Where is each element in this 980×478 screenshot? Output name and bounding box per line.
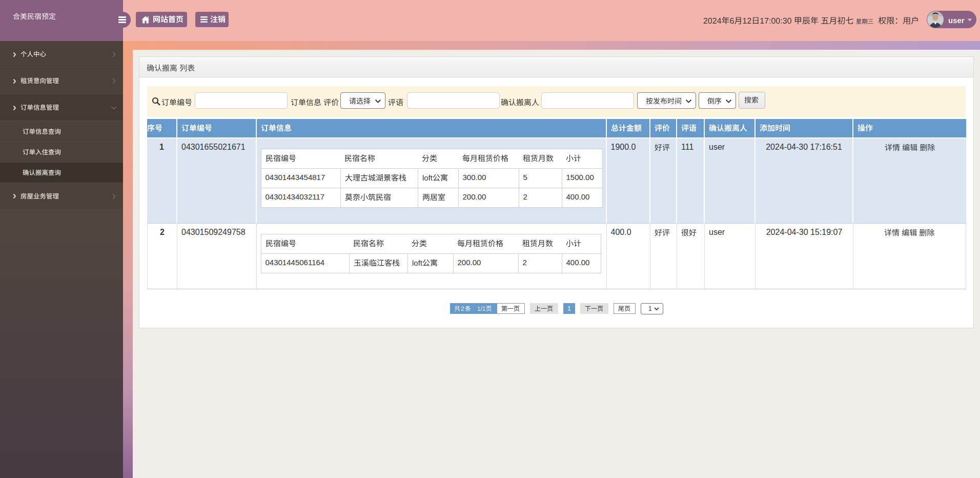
svg-text:1: 1: [567, 305, 571, 312]
